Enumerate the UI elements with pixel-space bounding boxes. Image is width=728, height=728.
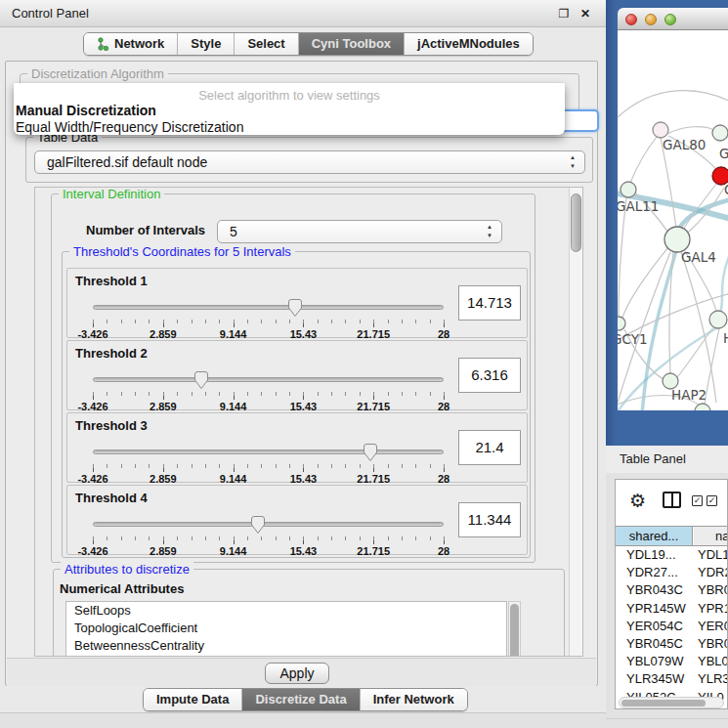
network-edge[interactable] <box>667 127 714 134</box>
discretization-algorithm-label: Discretization Algorithm <box>27 66 168 81</box>
network-node[interactable] <box>695 404 710 410</box>
attributes-list-scrollbar[interactable] <box>508 601 521 657</box>
network-node[interactable] <box>621 182 636 197</box>
tab-discretize-data[interactable]: Discretize Data <box>241 689 359 710</box>
table-row[interactable]: YER054CYER0 <box>616 618 727 635</box>
table-row[interactable]: YLR345WYLR3 <box>616 670 727 688</box>
threshold-2-value-field[interactable]: 6.316 <box>458 358 521 393</box>
tick-label: -3.426 <box>77 473 107 485</box>
tab-jactivemnodules[interactable]: jActiveMNodules <box>404 33 533 55</box>
table-row[interactable]: YPR145WYPR1 <box>616 600 727 618</box>
network-svg: GAL80GACGAL11GAL4GCY1HHAP2 <box>618 30 728 410</box>
option-equal-width-frequency[interactable]: Equal Width/Frequency Discretization <box>16 119 243 135</box>
network-node[interactable] <box>712 125 728 141</box>
threshold-3-box: Threshold 3 -3.426 2.859 9.144 15.43 21 <box>66 412 528 483</box>
network-edge[interactable] <box>720 252 728 313</box>
close-traffic-light-icon[interactable] <box>625 14 637 25</box>
scrollbar-thumb[interactable] <box>621 700 706 707</box>
threshold-4-value-field[interactable]: 11.344 <box>458 502 521 537</box>
threshold-1-value-field[interactable]: 14.713 <box>458 285 521 321</box>
tick-label: -3.426 <box>77 328 107 340</box>
network-edge[interactable] <box>618 91 728 117</box>
tab-select[interactable]: Select <box>234 33 297 55</box>
algorithm-placeholder-option[interactable]: Select algorithm to view settings <box>14 88 565 103</box>
zoom-traffic-light-icon[interactable] <box>664 14 676 25</box>
tick-label: 2.859 <box>150 401 177 412</box>
float-window-icon[interactable]: ❐ <box>557 7 571 21</box>
apply-button[interactable]: Apply <box>265 663 329 684</box>
threshold-2-slider[interactable] <box>93 370 444 390</box>
apply-row: Apply <box>7 658 596 686</box>
tab-cyni-toolbox[interactable]: Cyni Toolbox <box>298 33 404 55</box>
table-row[interactable]: YBR043CYBR0 <box>616 581 727 599</box>
network-edge[interactable] <box>705 328 719 404</box>
tab-infer-network[interactable]: Infer Network <box>360 689 467 710</box>
threshold-3-label: Threshold 3 <box>75 418 148 433</box>
table-row[interactable]: YBL079WYBL0 <box>616 653 727 670</box>
threshold-2-label: Threshold 2 <box>75 346 148 361</box>
tick-label: 9.144 <box>220 328 247 340</box>
slider-track[interactable] <box>93 377 444 382</box>
slider-track[interactable] <box>93 522 444 527</box>
threshold-1-box: Threshold 1 -3.426 2.859 9.144 15.43 21 <box>66 268 528 338</box>
network-window-titlebar[interactable] <box>618 8 728 30</box>
checkbox-icon[interactable]: ✓ <box>707 495 717 506</box>
tick-label: 15.43 <box>290 473 318 485</box>
tick-label: -3.426 <box>77 401 107 412</box>
threshold-3-value-field[interactable]: 21.4 <box>458 430 521 465</box>
tick-label: 15.43 <box>290 545 318 557</box>
list-item[interactable]: BetweennessCentrality <box>66 637 506 655</box>
minimize-traffic-light-icon[interactable] <box>645 14 657 25</box>
list-item[interactable]: TopologicalCoefficient <box>66 620 506 637</box>
tab-network[interactable]: Network <box>84 33 177 55</box>
gear-icon[interactable]: ⚙ <box>629 490 646 512</box>
threshold-3-slider[interactable] <box>93 443 444 462</box>
list-item[interactable]: SelfLoops <box>66 602 506 620</box>
slider-track[interactable] <box>93 305 444 310</box>
network-node[interactable] <box>653 122 668 138</box>
tab-impute-data[interactable]: Impute Data <box>144 689 241 710</box>
thresholds-group-label: Threshold's Coordinates for 5 Intervals <box>69 244 295 259</box>
network-view-window: GAL80GACGAL11GAL4GCY1HHAP2 <box>606 0 728 446</box>
table-row[interactable]: YBR045CYBR0 <box>616 635 727 653</box>
number-of-intervals-combobox[interactable]: 5 ▲▼ <box>217 220 502 243</box>
network-node[interactable] <box>618 317 625 330</box>
control-panel: Control Panel ❐ ✕ Network Style Select C… <box>0 0 606 713</box>
column-header-shared-name[interactable]: shared... <box>616 527 693 545</box>
tick-label: 21.715 <box>357 328 390 340</box>
threshold-4-slider[interactable] <box>93 515 444 535</box>
table-row[interactable]: YDL19...YDL1 <box>616 546 727 564</box>
slider-ticks <box>93 464 445 472</box>
threshold-1-label: Threshold 1 <box>75 274 148 288</box>
slider-thumb[interactable] <box>287 298 303 318</box>
tick-label: 9.144 <box>220 473 247 485</box>
thresholds-group: Threshold's Coordinates for 5 Intervals … <box>62 251 531 558</box>
bottom-tab-bar: Impute Data Discretize Data Infer Networ… <box>143 688 468 711</box>
numerical-attributes-list[interactable]: SelfLoops TopologicalCoefficient Between… <box>65 601 507 657</box>
threshold-4-label: Threshold 4 <box>75 491 148 505</box>
checkbox-icon[interactable]: ✓ <box>692 495 703 506</box>
slider-thumb[interactable] <box>193 370 209 390</box>
scrollbar-thumb[interactable] <box>571 193 581 252</box>
network-canvas[interactable]: GAL80GACGAL11GAL4GCY1HHAP2 <box>618 30 728 410</box>
settings-vertical-scrollbar[interactable] <box>569 188 582 656</box>
tick-label: 28 <box>438 473 450 485</box>
slider-track[interactable] <box>93 450 444 454</box>
network-node[interactable] <box>709 311 727 328</box>
split-panel-icon[interactable] <box>663 492 681 508</box>
slider-thumb[interactable] <box>250 515 266 535</box>
close-icon[interactable]: ✕ <box>578 7 592 21</box>
slider-thumb[interactable] <box>363 443 378 462</box>
table-row[interactable]: YDR27...YDR2 <box>616 564 727 581</box>
node-label: GAL4 <box>681 249 716 265</box>
table-data-combobox[interactable]: galFiltered.sif default node ▲▼ <box>34 150 585 174</box>
tab-style[interactable]: Style <box>177 33 234 55</box>
column-header-name[interactable]: na <box>694 527 728 545</box>
table-toolbar: ⚙ ✓ ✓ <box>616 480 727 526</box>
network-edge[interactable] <box>619 197 626 317</box>
threshold-1-slider[interactable] <box>93 298 444 318</box>
option-manual-discretization[interactable]: Manual Discretization <box>16 103 156 118</box>
table-horizontal-scrollbar[interactable] <box>619 697 724 708</box>
network-edge[interactable] <box>630 137 657 183</box>
scrollbar-thumb[interactable] <box>510 604 519 657</box>
